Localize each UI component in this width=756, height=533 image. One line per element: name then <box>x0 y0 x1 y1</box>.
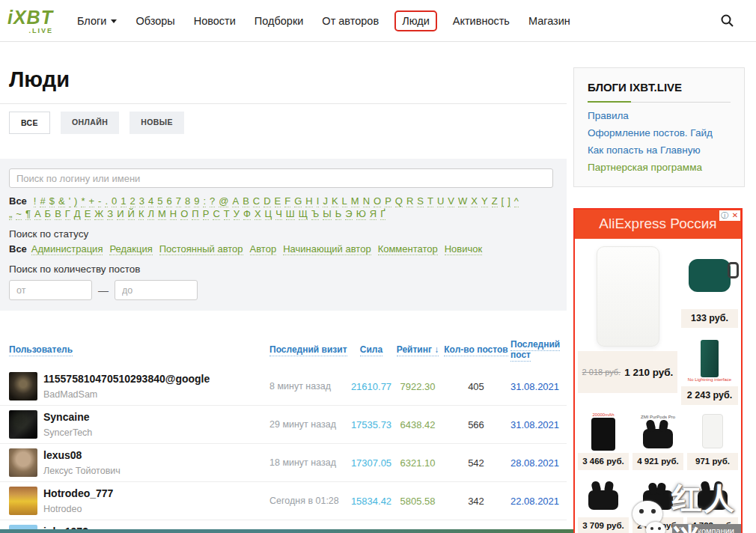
alpha-filter-link[interactable]: 0 <box>112 196 117 207</box>
last-post-date[interactable]: 28.08.2021 <box>510 457 576 469</box>
alpha-filter-link[interactable]: С <box>213 209 219 220</box>
status-filter-link[interactable]: Администрация <box>31 244 103 255</box>
tab-online[interactable]: ОНЛАЙН <box>61 112 119 134</box>
alpha-filter-link[interactable]: Э <box>345 209 352 220</box>
alpha-filter-link[interactable]: & <box>58 196 65 207</box>
alpha-filter-link[interactable]: Т <box>224 209 230 220</box>
alpha-filter-link[interactable]: H <box>305 196 312 207</box>
alpha-filter-link[interactable]: T <box>427 196 433 207</box>
alpha-filter-link[interactable]: @ <box>219 196 228 207</box>
col-header-link[interactable]: Сила <box>360 344 382 356</box>
posts-from-input[interactable] <box>9 280 92 300</box>
status-filter-link[interactable]: Комментатор <box>378 244 438 255</box>
alpha-filter-link[interactable]: Ы <box>323 209 332 220</box>
ad-product[interactable]: ZMI PurPods Pro4 921 руб. <box>632 409 683 470</box>
alpha-filter-link[interactable]: D <box>263 196 270 207</box>
alpha-filter-link[interactable]: Я <box>370 209 377 220</box>
nav-item-reviews[interactable]: Обзоры <box>135 11 174 31</box>
alpha-filter-link[interactable]: I <box>317 196 320 207</box>
alpha-filter-link[interactable]: 9 <box>194 196 199 207</box>
col-header-link[interactable]: Пользователь <box>9 344 73 356</box>
alpha-filter-link[interactable]: Е <box>85 209 91 220</box>
user-name[interactable]: lexus08 <box>43 449 121 461</box>
alpha-filter-link[interactable]: - <box>98 196 101 207</box>
alpha-filter-link[interactable]: „ <box>9 209 12 220</box>
alpha-filter-link[interactable]: М <box>158 209 166 220</box>
status-filter-link[interactable]: Начинающий автор <box>283 244 371 255</box>
alpha-filter-link[interactable]: W <box>458 196 467 207</box>
aliexpress-ad[interactable]: AliExpress Россия ⓘ ✕ 2 018 руб. 1 210 р… <box>573 208 743 533</box>
alpha-filter-link[interactable]: * <box>81 196 85 207</box>
user-name[interactable]: 115575810470510293840@google <box>43 373 210 385</box>
alpha-filter-link[interactable]: Ш <box>286 209 295 220</box>
alpha-filter-link[interactable]: # <box>40 196 45 207</box>
alpha-filter-link[interactable]: Б <box>45 209 52 220</box>
alpha-filter-all[interactable]: Все <box>9 195 27 207</box>
col-header-link[interactable]: Кол-во постов <box>444 344 507 356</box>
alpha-filter-link[interactable]: . <box>105 196 108 207</box>
alpha-filter-link[interactable]: U <box>437 196 444 207</box>
alpha-filter-link[interactable]: Ъ <box>311 209 319 220</box>
ad-product[interactable]: 133 руб. <box>681 242 738 328</box>
avatar[interactable] <box>9 410 37 439</box>
user-name[interactable]: Syncaine <box>43 411 92 423</box>
alpha-filter-link[interactable]: ' <box>69 196 70 207</box>
status-filter-link[interactable]: Редакция <box>109 244 152 255</box>
alpha-filter-link[interactable]: J <box>323 196 328 207</box>
last-post-date[interactable]: 31.08.2021 <box>510 381 576 392</box>
alpha-filter-link[interactable]: X <box>471 196 478 207</box>
alpha-filter-link[interactable]: ] <box>507 196 510 207</box>
alpha-filter-link[interactable]: Н <box>170 209 177 220</box>
last-post-date[interactable]: 31.08.2021 <box>510 419 576 430</box>
posts-to-input[interactable] <box>115 280 198 300</box>
alpha-filter-link[interactable]: A <box>232 196 239 207</box>
alpha-filter-link[interactable]: P <box>385 196 391 207</box>
alpha-filter-link[interactable]: Й <box>128 209 135 220</box>
alpha-filter-link[interactable]: Л <box>147 209 154 220</box>
alpha-filter-link[interactable]: ¶ <box>25 209 31 220</box>
last-post-date[interactable]: 22.08.2021 <box>510 496 576 507</box>
alpha-filter-link[interactable]: Ф <box>243 209 251 220</box>
nav-item-blogs[interactable]: Блоги <box>77 11 117 31</box>
alpha-filter-link[interactable]: ! <box>34 196 37 207</box>
search-input[interactable] <box>9 168 553 188</box>
ad-product[interactable]: 3 709 руб. <box>578 474 629 533</box>
alpha-filter-link[interactable]: 7 <box>176 196 181 207</box>
alpha-filter-link[interactable]: N <box>363 196 370 207</box>
alpha-filter-link[interactable]: Ч <box>275 209 282 220</box>
alpha-filter-link[interactable]: F <box>284 196 290 207</box>
alpha-filter-link[interactable]: G <box>294 196 302 207</box>
status-filter-all[interactable]: Все <box>9 243 27 255</box>
alpha-filter-link[interactable]: 8 <box>185 196 190 207</box>
alpha-filter-link[interactable]: S <box>417 196 424 207</box>
alpha-filter-link[interactable]: Г <box>65 209 70 220</box>
alpha-filter-link[interactable]: $ <box>49 196 55 207</box>
search-icon[interactable] <box>721 14 734 27</box>
alpha-filter-link[interactable]: Р <box>203 209 210 220</box>
alpha-filter-link[interactable]: П <box>192 209 198 220</box>
table-row[interactable]: lexus08Лексус Тойотович18 минут назад173… <box>0 444 567 482</box>
alpha-filter-link[interactable]: К <box>138 209 144 220</box>
ad-info-icon[interactable]: ⓘ <box>719 210 730 221</box>
alpha-filter-link[interactable]: Ґ <box>380 209 385 220</box>
nav-item-from-authors[interactable]: От авторов <box>322 11 379 31</box>
nav-item-activity[interactable]: Активность <box>453 11 510 31</box>
alpha-filter-link[interactable]: Щ <box>299 209 308 220</box>
tab-all[interactable]: ВСЕ <box>9 112 50 134</box>
alpha-filter-link[interactable]: B <box>243 196 249 207</box>
alpha-filter-link[interactable]: [ <box>502 196 504 207</box>
nav-item-news[interactable]: Новости <box>194 11 236 31</box>
ad-product[interactable]: 20000mAh3 466 руб. <box>578 409 629 470</box>
table-row[interactable]: Hotrodeo_777HotrodeoСегодня в 01:2815834… <box>0 482 567 520</box>
avatar[interactable] <box>9 448 37 477</box>
col-header-link[interactable]: Рейтинг ↓ <box>397 344 439 356</box>
alpha-filter-link[interactable]: ~ <box>16 209 22 220</box>
alpha-filter-link[interactable]: E <box>275 196 281 207</box>
alpha-filter-link[interactable]: З <box>107 209 113 220</box>
alpha-filter-link[interactable]: Ю <box>356 209 366 220</box>
alpha-filter-link[interactable]: Ь <box>335 209 342 220</box>
alpha-filter-link[interactable]: Д <box>74 209 81 220</box>
alpha-filter-link[interactable]: О <box>180 209 188 220</box>
alpha-filter-link[interactable]: Ц <box>265 209 272 220</box>
status-filter-link[interactable]: Постоянный автор <box>159 244 243 255</box>
